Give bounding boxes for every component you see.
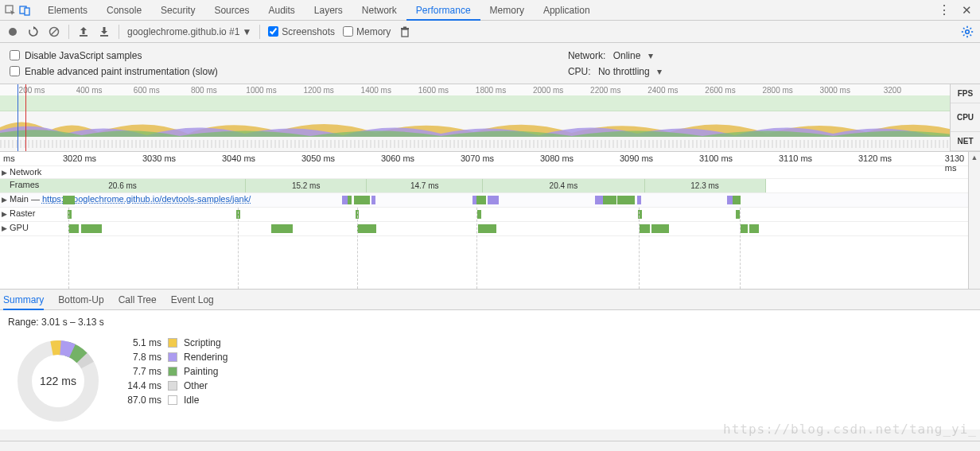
overview-lane-labels: FPS CPU NET <box>950 84 980 151</box>
stop-icon[interactable] <box>48 25 60 38</box>
flame-tick: 3050 ms <box>301 154 335 163</box>
download-icon[interactable] <box>98 25 111 38</box>
main-task[interactable] <box>342 196 348 204</box>
legend-ms: 7.8 ms <box>118 352 161 363</box>
summary-total: 122 ms <box>14 337 102 425</box>
gpu-task[interactable] <box>68 224 78 233</box>
expand-icon[interactable]: ▶ <box>2 169 7 177</box>
gpu-task[interactable] <box>651 224 669 233</box>
more-icon[interactable]: ⋮ <box>938 2 951 17</box>
tab-console[interactable]: Console <box>97 0 151 21</box>
main-task[interactable] <box>595 196 603 204</box>
svg-line-5 <box>51 29 57 35</box>
expand-icon[interactable]: ▶ <box>2 224 7 232</box>
track-raster[interactable]: ▶ Raster <box>0 208 968 222</box>
tab-performance[interactable]: Performance <box>406 0 480 21</box>
track-gpu[interactable]: ▶ GPU <box>0 222 968 236</box>
main-task[interactable] <box>63 196 75 204</box>
svg-point-3 <box>9 28 17 36</box>
gpu-task[interactable] <box>81 224 102 233</box>
overview-tick: 800 ms <box>191 86 217 95</box>
main-task[interactable] <box>727 196 733 204</box>
frame-segment[interactable]: 12.3 ms <box>645 179 766 192</box>
screenshots-checkbox[interactable]: Screenshots <box>268 26 335 37</box>
tab-network[interactable]: Network <box>352 0 406 21</box>
svg-point-11 <box>966 29 970 33</box>
main-task[interactable] <box>488 196 498 204</box>
main-task[interactable] <box>617 196 635 204</box>
overview-ruler: 200 ms400 ms600 ms800 ms1000 ms1200 ms14… <box>0 84 980 95</box>
expand-icon[interactable]: ▶ <box>2 196 7 204</box>
btab-calltree[interactable]: Call Tree <box>119 290 157 310</box>
track-frames[interactable]: ▶ Frames 20.6 ms15.2 ms14.7 ms20.4 ms12.… <box>0 179 968 193</box>
gpu-task[interactable] <box>640 224 649 233</box>
network-throttle-select[interactable]: Network: Online ▾ <box>568 50 662 61</box>
frame-segment[interactable]: 14.7 ms <box>367 179 483 192</box>
legend-ms: 14.4 ms <box>118 380 161 391</box>
frame-segment[interactable]: 15.2 ms <box>246 179 367 192</box>
upload-icon[interactable] <box>77 25 90 38</box>
main-task[interactable] <box>733 196 741 204</box>
flamechart-panel[interactable]: ms3020 ms3030 ms3040 ms3050 ms3060 ms307… <box>0 152 980 290</box>
record-icon[interactable] <box>6 25 19 38</box>
device-icon[interactable] <box>19 5 30 16</box>
gpu-task[interactable] <box>357 224 376 233</box>
svg-line-18 <box>963 34 965 36</box>
main-task[interactable] <box>637 196 641 204</box>
main-task[interactable] <box>354 196 369 204</box>
gpu-task[interactable] <box>741 224 748 233</box>
disable-js-checkbox[interactable]: Disable JavaScript samples <box>10 50 218 61</box>
flame-tick: 3040 ms <box>222 154 255 163</box>
overview-panel[interactable]: 200 ms400 ms600 ms800 ms1000 ms1200 ms14… <box>0 84 980 152</box>
memory-checkbox[interactable]: Memory <box>343 26 391 37</box>
tab-elements[interactable]: Elements <box>38 0 97 21</box>
legend-label: Painting <box>184 366 218 377</box>
overview-selection-end[interactable] <box>25 84 26 151</box>
flame-tick: 3100 ms <box>699 154 733 163</box>
enable-paint-checkbox[interactable]: Enable advanced paint instrumentation (s… <box>10 66 218 77</box>
vertical-scrollbar[interactable]: ▲ <box>968 152 980 289</box>
btab-bottomup[interactable]: Bottom-Up <box>58 290 103 310</box>
main-task[interactable] <box>371 196 375 204</box>
close-icon[interactable]: ✕ <box>959 3 975 17</box>
main-task[interactable] <box>476 196 486 204</box>
frame-segment[interactable]: 20.4 ms <box>483 179 644 192</box>
gear-icon[interactable] <box>961 25 974 38</box>
inspect-icon[interactable] <box>5 5 16 16</box>
flame-tick: 3090 ms <box>620 154 653 163</box>
recording-label: googlechrome.github.io #1 <box>127 26 239 37</box>
expand-icon[interactable]: ▶ <box>2 210 7 218</box>
overview-tick: 2400 ms <box>648 86 678 95</box>
overview-tick: 1800 ms <box>476 86 506 95</box>
overview-selection-start[interactable] <box>18 84 18 151</box>
main-task[interactable] <box>348 196 352 204</box>
gpu-task[interactable] <box>478 224 496 233</box>
scroll-up-icon[interactable]: ▲ <box>971 154 978 161</box>
gpu-task[interactable] <box>749 224 759 233</box>
btab-summary[interactable]: Summary <box>3 290 44 310</box>
raster-task[interactable] <box>477 210 481 219</box>
tab-audits[interactable]: Audits <box>259 0 304 21</box>
track-network[interactable]: ▶ Network <box>0 166 968 179</box>
main-task[interactable] <box>603 196 616 204</box>
legend-ms: 5.1 ms <box>118 337 161 348</box>
gpu-task[interactable] <box>271 224 293 233</box>
frame-gridline <box>740 208 741 289</box>
tab-layers[interactable]: Layers <box>305 0 352 21</box>
memory-input[interactable] <box>343 26 353 37</box>
flame-tick: 3070 ms <box>461 154 494 163</box>
recording-selector[interactable]: googlechrome.github.io #1 ▼ <box>127 26 251 37</box>
cpu-throttle-select[interactable]: CPU: No throttling ▾ <box>568 66 662 77</box>
legend-row: 7.7 msPainting <box>118 366 228 377</box>
legend-label: Scripting <box>184 337 221 348</box>
tab-sources[interactable]: Sources <box>204 0 259 21</box>
btab-eventlog[interactable]: Event Log <box>171 290 214 310</box>
tab-security[interactable]: Security <box>151 0 204 21</box>
trash-icon[interactable] <box>399 25 411 38</box>
track-main[interactable]: ▶ Main — https://googlechrome.github.io/… <box>0 193 968 208</box>
screenshots-input[interactable] <box>268 26 278 37</box>
tab-memory[interactable]: Memory <box>480 0 534 21</box>
reload-icon[interactable] <box>27 25 40 38</box>
tab-application[interactable]: Application <box>534 0 600 21</box>
svg-line-17 <box>970 34 972 36</box>
